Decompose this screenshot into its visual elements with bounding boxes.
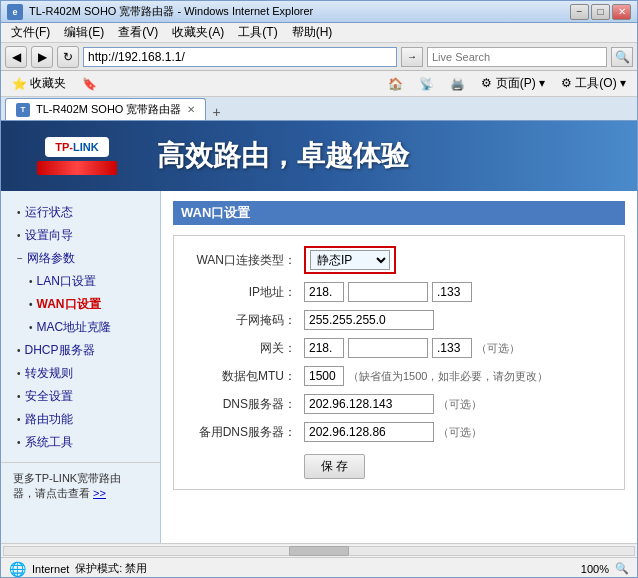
page-button[interactable]: ⚙ 页面(P) ▾ [474,73,552,95]
search-button[interactable]: 🔍 [611,47,633,67]
refresh-button[interactable]: ↻ [57,46,79,68]
subnet-label: 子网掩码： [184,312,304,329]
ip-part1[interactable] [304,282,344,302]
protection-label: 保护模式: 禁用 [75,561,147,576]
ip-part2[interactable] [348,282,428,302]
scroll-thumb[interactable] [289,546,349,556]
tab-close-button[interactable]: ✕ [187,104,195,115]
subnet-input[interactable] [304,310,434,330]
sidebar-item-wan[interactable]: • WAN口设置 [1,293,160,316]
sidebar-item-security[interactable]: • 安全设置 [1,385,160,408]
toolbar: ⭐ 收藏夹 🔖 🏠 📡 🖨️ ⚙ 页面(P) ▾ ⚙ 工具(O) ▾ [1,71,637,97]
tab-label: TL-R402M SOHO 宽带路由器 [36,102,181,117]
back-button[interactable]: ◀ [5,46,27,68]
tplink-logo: TP-LINK [17,131,137,181]
mtu-input[interactable] [304,366,344,386]
header-banner: TP-LINK 高效路由，卓越体验 [1,121,637,191]
window-title: TL-R402M SOHO 宽带路由器 - Windows Internet E… [29,4,313,19]
sidebar-item-system-tools[interactable]: • 系统工具 [1,431,160,454]
zoom-level: 100% [581,563,609,575]
sidebar-item-network-params[interactable]: − 网络参数 [1,247,160,270]
sidebar-footer-text1: 更多TP-LINK宽带路由 [13,471,148,486]
menu-view[interactable]: 查看(V) [112,23,164,42]
gw-part1[interactable] [304,338,344,358]
sidebar: • 运行状态 • 设置向导 − 网络参数 • LAN口设置 [1,191,161,543]
sidebar-item-label: 转发规则 [25,365,73,382]
menu-file[interactable]: 文件(F) [5,23,56,42]
sidebar-item-label: WAN口设置 [37,296,101,313]
favorites-button[interactable]: ⭐ 收藏夹 [5,73,73,95]
bookmark-button[interactable]: 🔖 [75,73,104,95]
body-area: • 运行状态 • 设置向导 − 网络参数 • LAN口设置 [1,191,637,543]
menu-help[interactable]: 帮助(H) [286,23,339,42]
conn-type-select-wrapper: 静态IP [304,246,396,274]
mtu-row: 数据包MTU： （缺省值为1500，如非必要，请勿更改） [184,366,614,386]
sidebar-item-label: LAN口设置 [37,273,96,290]
window-controls: − □ ✕ [570,4,631,20]
conn-type-select[interactable]: 静态IP [310,250,390,270]
back-icon: ◀ [12,50,21,64]
gw-part2[interactable] [348,338,428,358]
gateway-value: （可选） [304,338,520,358]
dns-input[interactable] [304,394,434,414]
ip-label: IP地址： [184,284,304,301]
save-button[interactable]: 保 存 [304,454,365,479]
minimize-button[interactable]: − [570,4,589,20]
save-btn-row: 保 存 [184,454,614,479]
tab-bar: T TL-R402M SOHO 宽带路由器 ✕ + [1,97,637,121]
sidebar-item-label: 路由功能 [25,411,73,428]
forward-button[interactable]: ▶ [31,46,53,68]
gateway-optional: （可选） [476,341,520,356]
backup-dns-label: 备用DNS服务器： [184,424,304,441]
status-left: 🌐 Internet 保护模式: 禁用 [9,561,147,577]
tools-button[interactable]: ⚙ 工具(O) ▾ [554,73,633,95]
forward-icon: ▶ [38,50,47,64]
dns-label: DNS服务器： [184,396,304,413]
search-input[interactable] [427,47,607,67]
content-wrapper: TP-LINK 高效路由，卓越体验 • 运行状态 • [1,121,637,557]
sidebar-item-dhcp[interactable]: • DHCP服务器 [1,339,160,362]
page-content: WAN口设置 WAN口连接类型： 静态IP [161,191,637,543]
close-button[interactable]: ✕ [612,4,631,20]
print-button[interactable]: 🖨️ [443,73,472,95]
dns-row: DNS服务器： （可选） [184,394,614,414]
gw-part3[interactable] [432,338,472,358]
active-tab[interactable]: T TL-R402M SOHO 宽带路由器 ✕ [5,98,206,120]
tab-favicon: T [16,103,30,117]
ip-part3[interactable] [432,282,472,302]
sidebar-item-status[interactable]: • 运行状态 [1,201,160,224]
conn-type-row: WAN口连接类型： 静态IP [184,246,614,274]
backup-dns-input[interactable] [304,422,434,442]
ie-icon: e [7,4,23,20]
wan-form: WAN口连接类型： 静态IP IP地址： [173,235,625,490]
address-input[interactable] [83,47,397,67]
sidebar-item-lan[interactable]: • LAN口设置 [1,270,160,293]
menu-tools[interactable]: 工具(T) [232,23,283,42]
backup-dns-value: （可选） [304,422,482,442]
home-button[interactable]: 🏠 [381,73,410,95]
menu-bar: 文件(F) 编辑(E) 查看(V) 收藏夹(A) 工具(T) 帮助(H) [1,23,637,43]
sidebar-footer-text2: 器，请点击查看 [13,487,90,499]
go-button[interactable]: → [401,47,423,67]
wan-section-title: WAN口设置 [173,201,625,225]
status-right: 100% 🔍 [581,562,629,575]
horizontal-scrollbar[interactable] [1,543,637,557]
mtu-value: （缺省值为1500，如非必要，请勿更改） [304,366,548,386]
sidebar-item-setup-wizard[interactable]: • 设置向导 [1,224,160,247]
menu-favorites[interactable]: 收藏夹(A) [166,23,230,42]
sidebar-item-label: 系统工具 [25,434,73,451]
sidebar-item-label: 运行状态 [25,204,73,221]
ip-value [304,282,472,302]
restore-button[interactable]: □ [591,4,610,20]
conn-type-label: WAN口连接类型： [184,252,304,269]
sidebar-item-forwarding[interactable]: • 转发规则 [1,362,160,385]
title-bar: e TL-R402M SOHO 宽带路由器 - Windows Internet… [1,1,637,23]
sidebar-item-mac-clone[interactable]: • MAC地址克隆 [1,316,160,339]
new-tab-button[interactable]: + [208,104,224,120]
menu-edit[interactable]: 编辑(E) [58,23,110,42]
status-icon: 🌐 [9,561,26,577]
sidebar-footer-link[interactable]: >> [93,487,106,499]
subnet-mask-row: 子网掩码： [184,310,614,330]
rss-button[interactable]: 📡 [412,73,441,95]
sidebar-item-routing[interactable]: • 路由功能 [1,408,160,431]
